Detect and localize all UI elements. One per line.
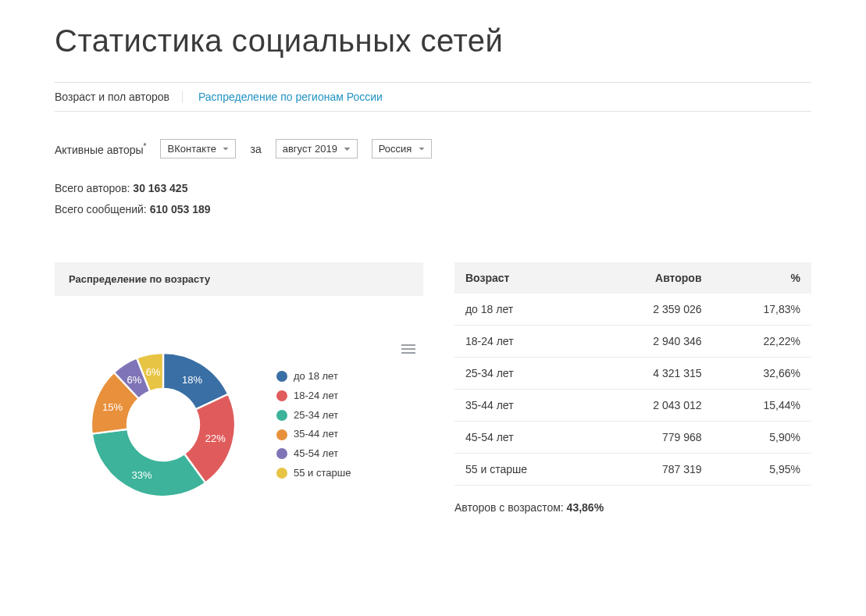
legend-item: 45-54 лет: [276, 444, 351, 464]
slice-label: 6%: [146, 366, 161, 378]
total-authors-label: Всего авторов:: [55, 182, 133, 194]
legend-swatch: [276, 371, 287, 382]
cell-age: 45-54 лет: [454, 422, 594, 454]
table-row: 55 и старше787 3195,95%: [454, 454, 811, 486]
table-row: до 18 лет2 359 02617,83%: [454, 294, 811, 326]
age-table: Возраст Авторов % до 18 лет2 359 02617,8…: [454, 262, 811, 514]
chart-panel: Распределение по возрасту 18%22%33%15%6%…: [55, 262, 423, 515]
slice-label: 22%: [205, 433, 226, 444]
cell-authors: 787 319: [594, 454, 712, 486]
th-authors: Авторов: [594, 262, 712, 294]
donut-chart: 18%22%33%15%6%6%: [73, 335, 253, 515]
chart-panel-title: Распределение по возрасту: [55, 262, 423, 296]
cell-age: 55 и старше: [454, 454, 594, 486]
cell-age: 25-34 лет: [454, 358, 594, 390]
th-age: Возраст: [454, 262, 594, 294]
tab-age-gender[interactable]: Возраст и пол авторов: [55, 91, 179, 103]
legend-label: 18-24 лет: [294, 386, 338, 406]
cell-age: 18-24 лет: [454, 326, 594, 358]
slice-label: 15%: [102, 401, 123, 412]
totals-block: Всего авторов: 30 163 425 Всего сообщени…: [55, 178, 811, 219]
cell-age: до 18 лет: [454, 294, 594, 326]
legend-swatch: [276, 429, 287, 440]
legend-swatch: [276, 390, 287, 401]
legend-label: 45-54 лет: [294, 444, 338, 464]
select-network[interactable]: ВКонтакте: [160, 139, 236, 158]
cell-pct: 22,22%: [713, 326, 811, 358]
cell-pct: 5,95%: [713, 454, 811, 486]
legend-label: 25-34 лет: [294, 406, 338, 426]
slice-label: 18%: [182, 373, 202, 385]
cell-authors: 4 321 315: [594, 358, 712, 390]
legend-label: 55 и старше: [294, 464, 351, 483]
select-month[interactable]: август 2019: [276, 139, 358, 158]
legend-swatch: [276, 410, 287, 421]
legend-item: 35-44 лет: [276, 425, 351, 444]
table-row: 45-54 лет779 9685,90%: [454, 422, 811, 454]
slice-label: 33%: [132, 468, 152, 480]
total-authors-value: 30 163 425: [133, 182, 187, 194]
table-row: 18-24 лет2 940 34622,22%: [454, 326, 811, 358]
tab-regions[interactable]: Распределение по регионам России: [182, 91, 392, 103]
filters-authors-label: Активные авторы*: [55, 142, 146, 156]
cell-pct: 5,90%: [713, 422, 811, 454]
table-row: 35-44 лет2 043 01215,44%: [454, 390, 811, 422]
legend-swatch: [276, 468, 287, 479]
cell-authors: 2 043 012: [594, 390, 712, 422]
cell-authors: 779 968: [594, 422, 712, 454]
page-title: Статистика социальных сетей: [55, 23, 811, 59]
table-row: 25-34 лет4 321 31532,66%: [454, 358, 811, 390]
hamburger-icon[interactable]: [401, 344, 415, 355]
th-pct: %: [713, 262, 811, 294]
legend-label: до 18 лет: [294, 367, 338, 386]
legend-item: 25-34 лет: [276, 406, 351, 426]
authors-with-age-footnote: Авторов с возрастом: 43,86%: [454, 501, 811, 514]
legend-swatch: [276, 448, 287, 459]
cell-pct: 17,83%: [713, 294, 811, 326]
total-messages-value: 610 053 189: [150, 203, 211, 215]
cell-age: 35-44 лет: [454, 390, 594, 422]
cell-authors: 2 359 026: [594, 294, 712, 326]
legend-item: до 18 лет: [276, 367, 351, 386]
legend-item: 55 и старше: [276, 464, 351, 483]
chart-legend: до 18 лет18-24 лет25-34 лет35-44 лет45-5…: [276, 367, 351, 482]
tabs-bar: Возраст и пол авторов Распределение по р…: [55, 82, 811, 112]
cell-authors: 2 940 346: [594, 326, 712, 358]
cell-pct: 15,44%: [713, 390, 811, 422]
select-region[interactable]: Россия: [372, 139, 432, 158]
legend-label: 35-44 лет: [294, 425, 338, 444]
slice-label: 6%: [127, 373, 142, 385]
legend-item: 18-24 лет: [276, 386, 351, 406]
cell-pct: 32,66%: [713, 358, 811, 390]
filters-row: Активные авторы* ВКонтакте за август 201…: [55, 139, 811, 158]
filters-for-label: за: [250, 143, 261, 155]
total-messages-label: Всего сообщений:: [55, 203, 150, 215]
